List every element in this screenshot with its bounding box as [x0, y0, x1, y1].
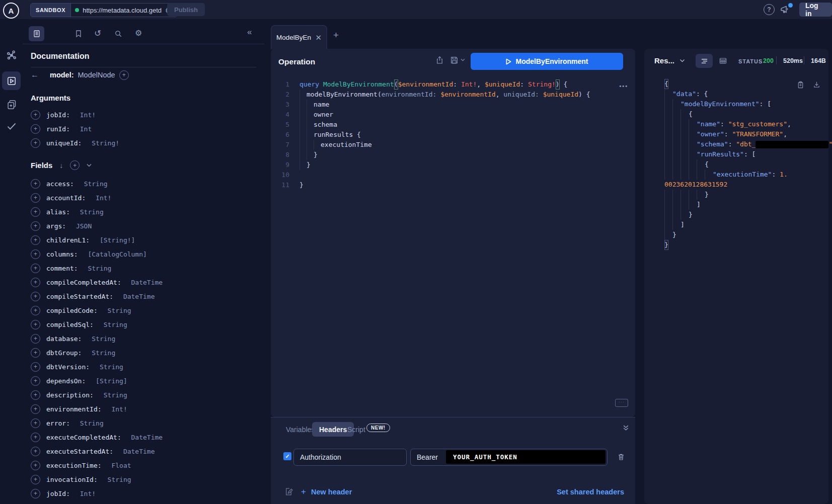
add-to-query-plus-icon[interactable]: + — [31, 433, 40, 442]
field-type-link[interactable]: String — [104, 391, 127, 399]
back-arrow-icon[interactable]: ← — [31, 70, 39, 79]
add-to-query-plus-icon[interactable]: + — [31, 390, 40, 400]
field-type-link[interactable]: Int! — [96, 194, 111, 202]
fields-chevron-down-icon[interactable] — [87, 163, 92, 167]
announcements-icon[interactable] — [780, 5, 789, 14]
field-type-link[interactable]: DateTime — [123, 293, 155, 300]
login-button[interactable]: Log in — [799, 3, 832, 17]
header-value-input[interactable]: Bearer YOUR_AUTH_TOKEN — [410, 449, 608, 466]
add-to-query-plus-icon[interactable]: + — [31, 138, 40, 148]
add-to-query-plus-icon[interactable]: + — [31, 320, 40, 329]
run-operation-button[interactable]: ModelByEnvironment — [471, 53, 623, 70]
tab-variables[interactable]: Variables — [286, 426, 315, 434]
add-to-query-plus-icon[interactable]: + — [31, 418, 40, 428]
header-name-input[interactable]: Authorization — [293, 449, 407, 466]
publish-button[interactable]: Publish — [167, 3, 205, 16]
field-type-link[interactable]: Int! — [80, 111, 96, 119]
share-operation-icon[interactable] — [435, 56, 444, 64]
field-row[interactable]: +executionTime: Float — [31, 458, 256, 472]
close-tab-icon[interactable]: ✕ — [315, 34, 322, 41]
settings-gear-icon[interactable]: ⚙ — [135, 28, 142, 38]
field-row[interactable]: +access: String — [31, 177, 256, 191]
field-row[interactable]: +compiledCode: String — [31, 303, 256, 317]
explorer-nav-item-selected[interactable] — [2, 71, 21, 90]
copy-response-icon[interactable] — [797, 80, 804, 89]
delete-header-trash-icon[interactable] — [617, 453, 625, 461]
download-response-icon[interactable] — [813, 80, 820, 89]
set-shared-headers-link[interactable]: Set shared headers — [557, 488, 624, 496]
field-row[interactable]: +jobId: Int! — [31, 486, 256, 500]
add-all-fields-icon[interactable]: + — [70, 160, 80, 170]
add-to-query-plus-icon[interactable]: + — [31, 124, 40, 134]
operation-collections-icon[interactable] — [0, 95, 23, 115]
field-row[interactable]: +columns: [CatalogColumn] — [31, 247, 256, 261]
field-row[interactable]: +dbtGroup: String — [31, 346, 256, 360]
endpoint-url-input[interactable]: https://metadata.cloud.getd ⚙ — [71, 4, 177, 17]
add-to-query-plus-icon[interactable]: + — [31, 376, 40, 386]
field-type-link[interactable]: String — [88, 265, 111, 272]
field-type-link[interactable]: [String] — [96, 377, 127, 385]
add-to-query-plus-icon[interactable]: + — [31, 278, 40, 287]
checks-icon[interactable] — [0, 116, 23, 136]
field-row[interactable]: +description: String — [31, 388, 256, 402]
argument-row[interactable]: +uniqueId: String! — [31, 136, 256, 150]
field-row[interactable]: +executeCompletedAt: DateTime — [31, 430, 256, 444]
field-type-link[interactable]: String — [80, 208, 104, 216]
field-type-link[interactable]: String — [108, 476, 131, 483]
field-type-link[interactable]: String! — [92, 139, 119, 147]
field-row[interactable]: +childrenL1: [String!] — [31, 233, 256, 247]
add-to-query-plus-icon[interactable]: + — [31, 348, 40, 358]
argument-row[interactable]: +jobId: Int! — [31, 108, 256, 122]
argument-row[interactable]: +runId: Int — [31, 122, 256, 136]
field-type-link[interactable]: Int! — [80, 490, 96, 497]
field-row[interactable]: +alias: String — [31, 205, 256, 219]
add-to-query-plus-icon[interactable]: + — [31, 306, 40, 315]
field-row[interactable]: +dbtVersion: String — [31, 360, 256, 374]
field-row[interactable]: +comment: String — [31, 261, 256, 275]
add-to-query-plus-icon[interactable]: + — [31, 461, 40, 470]
field-type-link[interactable]: [String!] — [100, 236, 135, 244]
field-type-link[interactable]: DateTime — [131, 434, 163, 441]
field-type-link[interactable]: String — [100, 363, 123, 371]
tab-script[interactable]: Script — [347, 426, 365, 434]
add-to-query-plus-icon[interactable]: + — [31, 249, 40, 259]
field-type-link[interactable]: String — [108, 307, 131, 314]
new-tab-icon[interactable]: + — [333, 30, 339, 41]
field-row[interactable]: +invocationId: String — [31, 472, 256, 486]
help-icon[interactable]: ? — [764, 4, 775, 15]
field-type-link[interactable]: Int — [80, 125, 92, 133]
formatted-view-toggle-icon[interactable] — [696, 54, 713, 68]
add-to-query-plus-icon[interactable]: + — [31, 292, 40, 301]
add-to-query-plus-icon[interactable]: + — [31, 179, 40, 189]
response-dropdown[interactable]: Res... — [654, 56, 674, 65]
field-type-link[interactable]: DateTime — [123, 448, 155, 455]
header-enabled-checkbox[interactable]: ✓ — [283, 452, 291, 460]
collapse-docs-icon[interactable]: « — [247, 27, 252, 37]
field-row[interactable]: +compiledSql: String — [31, 317, 256, 331]
add-to-query-plus-icon[interactable]: + — [31, 193, 40, 203]
field-row[interactable]: +accountId: Int! — [31, 191, 256, 205]
field-type-link[interactable]: Int! — [111, 405, 127, 413]
add-to-query-plus-icon[interactable]: + — [31, 207, 40, 217]
keyboard-shortcuts-icon[interactable]: ··· — [615, 399, 628, 407]
field-type-link[interactable]: String — [84, 180, 108, 188]
new-header-button[interactable]: + New header — [301, 487, 352, 497]
sort-fields-icon[interactable]: ↓ — [59, 161, 63, 170]
field-type-link[interactable]: String — [92, 349, 115, 357]
add-to-query-plus-icon[interactable]: + — [31, 221, 40, 231]
add-to-query-plus-icon[interactable]: + — [31, 235, 40, 245]
add-to-query-plus-icon[interactable]: + — [31, 264, 40, 273]
documentation-tab-icon[interactable] — [29, 26, 44, 41]
field-type-link[interactable]: DateTime — [131, 279, 163, 286]
field-row[interactable]: +environmentId: Int! — [31, 402, 256, 416]
field-type-link[interactable]: Float — [111, 462, 131, 469]
add-to-query-plus-icon[interactable]: + — [31, 334, 40, 344]
add-to-query-plus-icon[interactable]: + — [31, 489, 40, 498]
field-type-link[interactable]: String — [80, 419, 104, 427]
add-to-query-plus-icon[interactable]: + — [31, 110, 40, 120]
field-type-link[interactable]: [CatalogColumn] — [88, 250, 146, 258]
saved-operations-bookmark-icon[interactable] — [74, 30, 83, 38]
field-row[interactable]: +error: String — [31, 416, 256, 430]
field-row[interactable]: +compileStartedAt: DateTime — [31, 289, 256, 303]
field-row[interactable]: +args: JSON — [31, 219, 256, 233]
